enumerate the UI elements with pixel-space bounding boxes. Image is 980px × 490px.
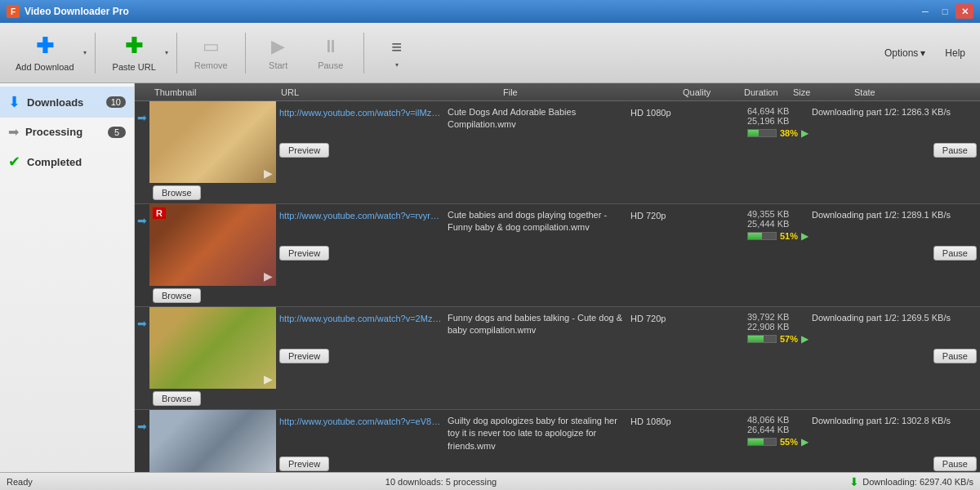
row-top-1: http://www.youtube.com/watch?v=rvyrGEzE-… [276,204,980,243]
arrow-icon: ➡ [137,111,147,124]
progress-pct-3: 55% [780,437,798,447]
toolbar-sep-3 [245,33,246,74]
browse-button-0[interactable]: Browse [153,185,201,200]
row-pause-button-2[interactable]: Pause [933,349,977,363]
table-body: ➡ Browse http://www.youtube.com/watch?v=… [135,101,980,472]
sidebar-completed-label: Completed [27,156,126,168]
row-duration-0 [695,106,744,108]
row-pause-button-0[interactable]: Pause [933,143,977,158]
row-main-2: http://www.youtube.com/watch?v=2MzrMpM8O… [276,307,980,409]
paste-url-label: Paste URL [113,62,156,72]
browse-button-1[interactable]: Browse [153,288,201,303]
row-pause-button-1[interactable]: Pause [933,246,977,261]
row-url-2: http://www.youtube.com/watch?v=2MzrMpM8O… [279,312,444,323]
content-area: Thumbnail URL File Quality Duration Size… [135,83,980,472]
processing-icon: ➡ [8,124,19,140]
preview-button-3[interactable]: Preview [279,457,329,471]
th-size: Size [788,87,849,97]
options-button[interactable]: Options ▾ [876,44,933,62]
progress-arrow-2: ▶ [801,333,808,345]
row-sizes-2: 39,792 KB 22,908 KB 57% ▶ [747,312,808,345]
sidebar-item-processing[interactable]: ➡ Processing 5 [0,118,134,146]
start-icon: ▶ [271,36,285,57]
browse-button-2[interactable]: Browse [153,391,201,406]
preview-button-2[interactable]: Preview [279,349,329,363]
menu-icon: ≡ [391,37,402,58]
row-duration-3 [695,415,744,416]
row-size1-3: 48,066 KB [747,415,808,425]
add-download-button[interactable]: ✚ Add Download [7,27,83,79]
row-size1-2: 39,792 KB [747,312,808,322]
thumbnail-image-0 [149,101,276,183]
remove-icon: ▭ [203,36,220,57]
sidebar-processing-count: 5 [108,127,126,138]
toolbar-right: Options ▾ Help [876,44,973,62]
add-download-label: Add Download [16,62,74,72]
pause-button[interactable]: ⏸ Pause [306,27,355,79]
maximize-button[interactable]: □ [936,4,954,19]
row-quality-1: HD 720p [630,209,692,220]
row-main-0: http://www.youtube.com/watch?v=ilMzs1UHE… [276,101,980,203]
row-url-0: http://www.youtube.com/watch?v=ilMzs1UHE… [279,106,444,118]
pause-icon: ⏸ [322,36,340,57]
row-progress-wrap-0: 38% ▶ [747,127,808,139]
status-ready: Ready [7,477,33,487]
th-thumbnail: Thumbnail [149,87,276,97]
status-downloading: Downloading: 6297.40 KB/s [862,477,973,487]
row-url-1: http://www.youtube.com/watch?v=rvyrGEzE-… [279,209,444,220]
row-state-text-0: Downloading part 1/2: 1286.3 KB/s [812,107,951,117]
th-quality: Quality [678,87,739,97]
paste-url-button[interactable]: ✚ Paste URL [104,27,165,79]
progress-bar-fill-2 [748,336,764,342]
row-buttons-1: Preview Pause [276,243,980,264]
row-thumbnail-0: Browse [149,101,276,203]
minimize-button[interactable]: ─ [916,4,934,19]
progress-bar-bg-2 [747,335,777,343]
progress-pct-2: 57% [780,334,798,344]
progress-arrow-0: ▶ [801,127,808,139]
row-sizes-1: 49,355 KB 25,444 KB 51% ▶ [747,209,808,242]
sidebar-downloads-label: Downloads [27,96,100,109]
status-download-icon: ⬇ [849,475,859,488]
sidebar-processing-label: Processing [25,126,101,138]
remove-button[interactable]: ▭ Remove [185,27,237,79]
th-duration: Duration [739,87,788,97]
paste-dropdown-arrow[interactable]: ▾ [165,49,168,56]
row-buttons-2: Preview Pause [276,346,980,367]
row-thumb-buttons-1: Browse [149,286,276,306]
start-button[interactable]: ▶ Start [254,27,303,79]
preview-button-0[interactable]: Preview [279,143,329,158]
row-file-2: Funny dogs and babies talking - Cute dog… [448,312,627,337]
toolbar-add-group: ✚ Add Download ▾ [7,23,87,82]
toolbar-paste-group: ✚ Paste URL ▾ [104,23,168,82]
row-state-text-1: Downloading part 1/2: 1289.1 KB/s [812,210,951,220]
start-label: Start [269,60,287,70]
table-row: ➡ R Browse http://www.youtube.com/watch?… [135,204,980,307]
progress-arrow-1: ▶ [801,230,808,242]
toolbar-sep-4 [363,33,364,74]
sidebar-item-completed[interactable]: ✔ Completed [0,146,134,177]
row-pause-button-3[interactable]: Pause [933,457,977,471]
table-header: Thumbnail URL File Quality Duration Size… [135,83,980,101]
row-main-1: http://www.youtube.com/watch?v=rvyrGEzE-… [276,204,980,306]
menu-button[interactable]: ≡ ▾ [372,27,421,79]
thumbnail-image-3 [149,410,276,472]
add-dropdown-arrow[interactable]: ▾ [83,49,87,56]
status-center: 10 downloads: 5 processing [39,477,843,487]
help-button[interactable]: Help [937,44,973,62]
sidebar-item-downloads[interactable]: ⬇ Downloads 10 [0,87,134,118]
progress-bar-fill-3 [748,439,764,445]
window-controls: ─ □ ✕ [916,4,973,19]
sidebar: ⬇ Downloads 10 ➡ Processing 5 ✔ Complete… [0,83,135,472]
row-quality-3: HD 1080p [630,415,692,426]
thumbnail-image-2 [149,307,276,389]
row-top-0: http://www.youtube.com/watch?v=ilMzs1UHE… [276,101,980,140]
progress-bar-bg-1 [747,232,777,240]
progress-pct-0: 38% [780,128,798,138]
close-button[interactable]: ✕ [956,4,973,19]
row-file-1: Cute babies and dogs playing together - … [448,209,627,234]
preview-button-1[interactable]: Preview [279,246,329,261]
arrow-icon: ➡ [137,420,147,433]
row-size2-2: 22,908 KB [747,322,808,332]
row-quality-2: HD 720p [630,312,692,323]
